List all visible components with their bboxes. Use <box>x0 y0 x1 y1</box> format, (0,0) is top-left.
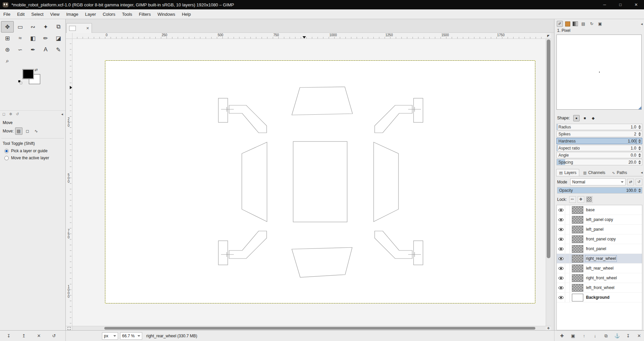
canvas-menu-icon[interactable]: ◤ <box>546 33 551 39</box>
visibility-toggle[interactable] <box>557 205 565 215</box>
visibility-toggle[interactable] <box>557 264 565 273</box>
fuzzy-select-tool-icon[interactable]: ✦ <box>39 21 52 33</box>
layer-row-base[interactable]: base <box>557 205 642 215</box>
history-tab-icon[interactable]: ↻ <box>589 21 595 27</box>
visibility-toggle[interactable] <box>557 234 565 244</box>
raise-layer-icon[interactable]: ↑ <box>579 331 589 340</box>
layer-row-front-panel[interactable]: front_panel <box>557 244 642 254</box>
layer-name[interactable]: Background <box>586 295 609 300</box>
close-button[interactable]: ✕ <box>628 0 644 9</box>
patterns-tab-icon[interactable] <box>565 21 570 26</box>
image-tab-close-icon[interactable]: ✕ <box>86 26 89 31</box>
layer-row-background[interactable]: Background <box>557 293 642 302</box>
layer-thumbnail[interactable] <box>572 274 583 282</box>
default-colors-icon[interactable] <box>18 80 22 84</box>
layer-name[interactable]: front_panel <box>586 246 606 251</box>
menu-filters[interactable]: Filters <box>136 9 154 19</box>
lock-pixels-icon[interactable]: ✏ <box>569 196 576 203</box>
menu-windows[interactable]: Windows <box>154 9 178 19</box>
navigation-icon[interactable]: ✥ <box>546 326 551 330</box>
layer-row-left-panel[interactable]: left_panel <box>557 225 642 234</box>
save-preset-icon[interactable]: ↧ <box>3 332 15 340</box>
resize-grip-icon[interactable] <box>638 106 641 109</box>
mode-switch-icon[interactable]: ⇄ <box>627 179 634 185</box>
lock-position-icon[interactable]: ✥ <box>578 196 584 203</box>
move-tool-icon[interactable]: ✥ <box>1 21 14 33</box>
spinner-icon[interactable] <box>638 146 641 150</box>
layer-name[interactable]: left_front_wheel <box>586 285 614 290</box>
restore-preset-icon[interactable]: ↥ <box>18 332 30 340</box>
menu-file[interactable]: File <box>0 9 14 19</box>
brushes-tab-icon[interactable]: ✐ <box>557 21 563 27</box>
delete-preset-icon[interactable]: ✕ <box>33 332 45 340</box>
angle-slider[interactable]: Angle 0.0 <box>556 152 642 158</box>
minimize-button[interactable]: ─ <box>597 0 612 9</box>
layer-thumbnail[interactable] <box>572 294 583 301</box>
bucket-fill-tool-icon[interactable]: ◧ <box>26 33 39 44</box>
warp-transform-tool-icon[interactable]: ≈ <box>14 33 26 44</box>
visibility-toggle[interactable] <box>557 293 565 302</box>
menu-layer[interactable]: Layer <box>82 9 100 19</box>
pencil-tool-icon[interactable]: ✏ <box>39 33 52 44</box>
zoom-tool-icon[interactable]: ⌕ <box>1 55 14 67</box>
spinner-icon[interactable] <box>638 132 641 136</box>
dock-tab-icon-2[interactable]: ✻ <box>9 112 12 116</box>
radius-slider[interactable]: Radius 1.0 <box>556 124 642 130</box>
shape-square-button[interactable]: ■ <box>582 115 588 121</box>
maximize-button[interactable]: □ <box>612 0 628 9</box>
visibility-toggle[interactable] <box>557 215 565 224</box>
menu-view[interactable]: View <box>47 9 63 19</box>
spinner-icon[interactable] <box>638 160 641 164</box>
rectangle-select-tool-icon[interactable]: ▭ <box>14 21 26 33</box>
menu-tools[interactable]: Tools <box>119 9 136 19</box>
spinner-icon[interactable] <box>638 188 641 192</box>
layer-thumbnail[interactable] <box>572 245 583 253</box>
move-layer-button[interactable]: ▤ <box>15 127 22 135</box>
chain-cell[interactable] <box>565 205 570 215</box>
layer-name[interactable]: left_rear_wheel <box>586 266 613 271</box>
radio-button-selected[interactable] <box>4 149 9 153</box>
spinner-icon[interactable] <box>638 139 641 143</box>
chain-cell[interactable] <box>565 244 570 253</box>
horizontal-scrollbar-thumb[interactable] <box>104 327 535 330</box>
dock-collapse-icon[interactable]: ◂ <box>641 170 643 175</box>
palettes-tab-icon[interactable]: ▤ <box>580 21 586 27</box>
visibility-toggle[interactable] <box>557 283 565 292</box>
menu-colors[interactable]: Colors <box>99 9 119 19</box>
color-picker-tool-icon[interactable]: ✎ <box>52 44 65 55</box>
menu-select[interactable]: Select <box>28 9 47 19</box>
aspect-ratio-slider[interactable]: Aspect ratio 1.0 <box>556 145 642 151</box>
unified-transform-tool-icon[interactable]: ⊞ <box>1 33 14 44</box>
eraser-tool-icon[interactable]: ◪ <box>52 33 65 44</box>
reset-tool-icon[interactable]: ↺ <box>48 332 60 340</box>
mode-reset-icon[interactable]: ↺ <box>636 179 642 185</box>
lower-layer-icon[interactable]: ↓ <box>590 331 600 340</box>
layer-name[interactable]: left_panel <box>586 227 603 232</box>
menu-help[interactable]: Help <box>178 9 194 19</box>
layer-row-left-rear-wheel[interactable]: left_rear_wheel <box>557 264 642 273</box>
layer-name[interactable]: right_front_wheel <box>586 276 617 280</box>
vertical-scrollbar[interactable] <box>546 39 551 326</box>
duplicate-layer-icon[interactable]: ⧉ <box>601 331 611 340</box>
visibility-toggle[interactable] <box>557 273 565 283</box>
layer-name[interactable]: front_panel copy <box>586 237 616 241</box>
chain-cell[interactable] <box>565 264 570 273</box>
hardness-slider[interactable]: Hardness 1.00 <box>556 138 642 144</box>
dock-tab-icon-1[interactable]: ◻ <box>2 112 5 116</box>
tab-layers[interactable]: ▤ Layers <box>556 169 579 176</box>
foreground-color-swatch[interactable] <box>23 69 34 79</box>
swap-colors-icon[interactable]: ⇄ <box>35 68 38 72</box>
visibility-toggle[interactable] <box>557 244 565 253</box>
dock-collapse-icon[interactable]: ◂ <box>61 112 63 116</box>
horizontal-ruler[interactable]: 0 250 500 750 1000 1250 1500 1750 <box>72 33 546 39</box>
layer-row-front-panel-copy[interactable]: front_panel copy <box>557 234 642 244</box>
shape-circle-button[interactable]: ● <box>573 115 580 121</box>
mode-dropdown[interactable]: Normal <box>570 178 626 185</box>
layer-thumbnail[interactable] <box>572 226 583 233</box>
move-selection-button[interactable]: ◻ <box>24 127 31 135</box>
spinner-icon[interactable] <box>638 125 641 129</box>
merge-down-icon[interactable]: ↧ <box>623 331 633 340</box>
layer-thumbnail[interactable] <box>572 265 583 272</box>
opacity-slider[interactable]: Opacity 100.0 <box>557 187 642 193</box>
crop-tool-icon[interactable]: ⧉ <box>52 21 65 33</box>
